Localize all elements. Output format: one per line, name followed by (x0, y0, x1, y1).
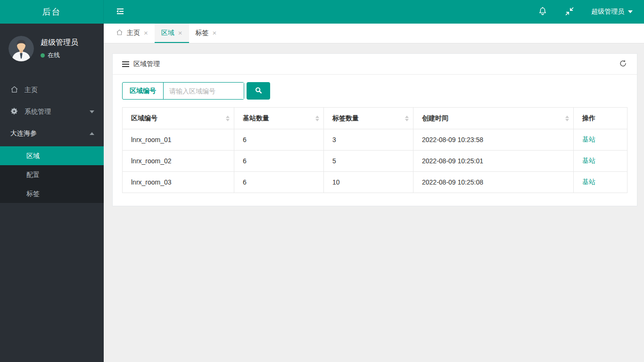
base-station-link[interactable]: 基站 (582, 157, 595, 164)
user-panel: 超级管理员 在线 (0, 24, 104, 72)
area-id-input[interactable] (164, 83, 244, 99)
area-management-panel: 区域管理 区域编号 (112, 53, 637, 206)
sidebar-item-label: 大连海参 (10, 129, 37, 138)
cell-tags: 10 (324, 172, 413, 193)
home-icon (116, 29, 123, 37)
column-header-tags[interactable]: 标签数量 (324, 108, 413, 129)
sidebar-toggle-button[interactable] (115, 6, 125, 18)
search-field-label: 区域编号 (123, 83, 164, 99)
refresh-icon (619, 59, 627, 69)
top-bar: 后台 (0, 0, 644, 24)
online-status-dot (41, 53, 45, 58)
base-station-link[interactable]: 基站 (582, 178, 595, 185)
sidebar-item-label: 区域 (26, 152, 40, 160)
home-icon (10, 85, 18, 95)
sidebar-menu: 主页 系统管理 大连海参 区域 配置 标签 (0, 79, 104, 203)
panel-title: 区域管理 (133, 60, 160, 68)
cell-base-stations: 6 (234, 151, 324, 172)
gear-icon (10, 107, 18, 117)
base-station-link[interactable]: 基站 (582, 135, 595, 143)
sidebar-item-dalian-haishen[interactable]: 大连海参 (0, 123, 104, 144)
notifications-button[interactable] (537, 6, 548, 18)
search-input-group: 区域编号 (122, 82, 244, 100)
tab-bar: 主页 × 区域 × 标签 × (104, 24, 644, 43)
sort-icon[interactable] (405, 116, 409, 121)
sort-icon[interactable] (226, 116, 230, 121)
sidebar-item-label: 主页 (25, 86, 38, 94)
panel-header: 区域管理 (113, 54, 637, 75)
column-header-area-id[interactable]: 区域编号 (123, 108, 234, 129)
main-area: 主页 × 区域 × 标签 × 区域管理 (104, 24, 644, 362)
cell-area-id: lnrx_room_02 (123, 151, 234, 172)
cell-tags: 5 (324, 151, 413, 172)
close-icon[interactable]: × (144, 29, 148, 36)
tab-label: 区域 (161, 29, 174, 37)
user-dropdown-label: 超级管理员 (591, 8, 624, 16)
fullscreen-toggle-button[interactable] (565, 7, 574, 17)
tab-home[interactable]: 主页 × (109, 24, 155, 43)
list-icon (122, 61, 129, 67)
column-header-label: 标签数量 (332, 114, 359, 122)
sidebar-item-label: 配置 (26, 171, 40, 178)
sidebar: 超级管理员 在线 主页 系统管理 (0, 24, 104, 362)
cell-base-stations: 6 (234, 129, 324, 151)
column-header-label: 区域编号 (131, 114, 157, 122)
sidebar-item-config[interactable]: 配置 (0, 165, 104, 184)
tab-tags[interactable]: 标签 × (189, 24, 223, 43)
tab-label: 主页 (127, 29, 140, 37)
chevron-down-icon (628, 10, 633, 13)
chevron-up-icon (90, 132, 94, 135)
user-dropdown[interactable]: 超级管理员 (591, 8, 633, 16)
table-row: lnrx_room_01 6 3 2022-08-09 10:23:58 基站 (123, 129, 627, 151)
menu-fold-icon (115, 6, 125, 18)
table-header-row: 区域编号 基站数量 标签数量 (123, 108, 627, 129)
cell-base-stations: 6 (234, 172, 324, 193)
cell-area-id: lnrx_room_01 (123, 129, 234, 151)
search-row: 区域编号 (122, 82, 627, 100)
sort-icon[interactable] (565, 116, 569, 121)
tab-label: 标签 (196, 29, 209, 37)
search-button[interactable] (247, 82, 270, 100)
table-row: lnrx_room_02 6 5 2022-08-09 10:25:01 基站 (123, 151, 627, 172)
user-name: 超级管理员 (41, 38, 78, 48)
column-header-created-at[interactable]: 创建时间 (413, 108, 574, 129)
cell-created-at: 2022-08-09 10:23:58 (413, 129, 574, 151)
refresh-button[interactable] (619, 59, 627, 69)
bell-icon (537, 6, 548, 18)
compress-icon (565, 7, 574, 17)
panel-body: 区域编号 (113, 75, 637, 206)
sidebar-submenu: 区域 配置 标签 (0, 146, 104, 203)
sort-icon[interactable] (315, 116, 319, 121)
tab-area[interactable]: 区域 × (155, 24, 189, 43)
column-header-actions: 操作 (574, 108, 627, 129)
sidebar-item-system-management[interactable]: 系统管理 (0, 101, 104, 123)
close-icon[interactable]: × (178, 29, 182, 36)
avatar (8, 36, 34, 61)
area-table: 区域编号 基站数量 标签数量 (122, 107, 627, 193)
cell-created-at: 2022-08-09 10:25:08 (413, 172, 574, 193)
app-logo: 后台 (0, 0, 104, 24)
column-header-label: 基站数量 (243, 114, 269, 122)
chevron-down-icon (90, 110, 94, 113)
column-header-label: 创建时间 (422, 114, 448, 122)
sidebar-item-tags[interactable]: 标签 (0, 184, 104, 203)
page-content: 区域管理 区域编号 (104, 43, 644, 362)
online-status-label: 在线 (48, 51, 60, 59)
column-header-label: 操作 (582, 114, 595, 122)
column-header-base-stations[interactable]: 基站数量 (234, 108, 324, 129)
cell-created-at: 2022-08-09 10:25:01 (413, 151, 574, 172)
cell-area-id: lnrx_room_03 (123, 172, 234, 193)
sidebar-item-home[interactable]: 主页 (0, 79, 104, 101)
table-row: lnrx_room_03 6 10 2022-08-09 10:25:08 基站 (123, 172, 627, 193)
close-icon[interactable]: × (213, 29, 217, 36)
sidebar-item-area[interactable]: 区域 (0, 146, 104, 165)
search-icon (254, 86, 263, 96)
sidebar-item-label: 标签 (26, 190, 40, 197)
sidebar-item-label: 系统管理 (25, 108, 51, 116)
cell-tags: 3 (324, 129, 413, 151)
